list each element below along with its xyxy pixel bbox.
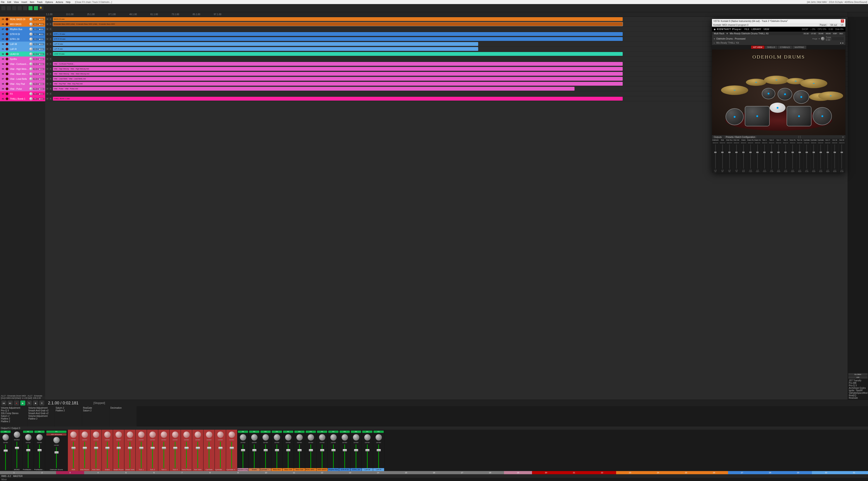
pan-knob[interactable] — [297, 434, 303, 441]
track-volume-knob[interactable] — [29, 37, 33, 41]
transport-pause-button[interactable]: ⏸ — [39, 400, 44, 406]
record-arm-button[interactable] — [6, 83, 8, 85]
channel-fader[interactable] — [728, 152, 731, 153]
channel-fader[interactable] — [806, 152, 808, 153]
fx-button[interactable]: FX — [34, 430, 44, 433]
pan-knob[interactable] — [127, 431, 133, 438]
media-item[interactable]: LoFi R.wav — [53, 47, 478, 51]
record-arm-button[interactable] — [6, 63, 8, 65]
track-selector-22[interactable]: 22 — [588, 471, 616, 474]
track-fx-button[interactable]: FX — [33, 53, 37, 55]
channel-fader[interactable] — [763, 152, 766, 153]
fader[interactable] — [162, 447, 166, 449]
track-selector-23[interactable]: 23 — [616, 471, 644, 474]
fader[interactable] — [151, 447, 155, 449]
track-fx-button[interactable]: FX — [33, 78, 37, 80]
media-item[interactable]: Vital - Confused Particle... — [53, 62, 623, 66]
tool-undo-button[interactable] — [29, 6, 33, 10]
channel-fader[interactable] — [827, 152, 829, 153]
tune-knob[interactable] — [821, 37, 825, 40]
mixer-strip[interactable]: FXcenterGTR L DI — [350, 430, 362, 471]
instrument-collapse-icon[interactable]: ▾ — [714, 37, 715, 40]
track-name[interactable]: LEAD DI — [9, 53, 29, 55]
purge-menu[interactable]: Purge — [812, 38, 817, 40]
solo-button[interactable]: S — [49, 88, 52, 90]
pan-knob[interactable] — [36, 434, 43, 441]
mixer-strip[interactable]: FXcenterBass Sub — [294, 430, 305, 471]
track-header-39[interactable]: 39Vital - PulseFX▶trim — [0, 86, 45, 91]
track-selector-15[interactable]: 15 — [392, 471, 420, 474]
track-fx-button[interactable]: FX — [33, 33, 37, 35]
media-item[interactable]: LoFi M.wav — [53, 42, 478, 46]
plugin-titlebar[interactable]: VST3i: Kontakt 8 (Native Instruments) (6… — [712, 19, 845, 23]
fader[interactable] — [252, 449, 256, 451]
mixer-strip[interactable]: centerCymbals Room — [215, 430, 226, 471]
pan-knob[interactable] — [330, 434, 337, 441]
track-trim-button[interactable]: ▶trim — [38, 48, 44, 50]
media-item[interactable]: Vital - Lead Bells · Vital - Lead Bells.… — [53, 77, 623, 81]
kontakt-output-channel[interactable]: Kick VerSOLO ▾+0.07|8 — [733, 139, 740, 173]
pan-knob[interactable] — [2, 434, 9, 441]
fader[interactable] — [139, 447, 143, 449]
record-arm-button[interactable] — [6, 88, 8, 90]
fader[interactable] — [365, 449, 369, 451]
fader[interactable] — [230, 447, 234, 449]
track-selector-20[interactable]: 20 — [532, 471, 560, 474]
track-header-32[interactable]: 32LEAD DIFX▶trim — [0, 52, 45, 57]
plugin-ui-button[interactable]: UI — [840, 24, 844, 27]
instrument-subname[interactable]: Mix-Ready 'THALL' Kit — [716, 41, 739, 44]
fader[interactable] — [264, 449, 268, 451]
fader[interactable] — [185, 447, 189, 449]
kontakt-output-channel[interactable]: Toms RoSOLO ▾+0.023|24 — [789, 139, 796, 173]
fx-chain-list[interactable]: Volume AdjustmentSmash And Grab v2Smash … — [27, 406, 55, 426]
track-header-36[interactable]: 36Vital - Main MelodyFX▶trim — [0, 71, 45, 76]
channel-solo[interactable]: SOLO ▾ — [839, 142, 844, 143]
record-arm-button[interactable] — [6, 28, 8, 31]
tom-2[interactable] — [778, 88, 792, 100]
kontakt-output-channel[interactable]: Tom 3SOLO ▾+0.019|20 — [775, 139, 782, 173]
midi-port-badge[interactable]: 49-64 — [825, 33, 831, 35]
fader[interactable] — [298, 449, 302, 451]
track-trim-button[interactable]: ▶trim — [38, 38, 44, 40]
track-name[interactable]: LoFi M — [9, 43, 29, 45]
fx-chain-list[interactable]: ReaGateSaturn 2 — [82, 406, 109, 426]
pan-knob[interactable] — [116, 431, 122, 438]
track-volume-knob[interactable] — [29, 82, 33, 86]
mixer-strip[interactable]: FXcenterBass Grit — [283, 430, 294, 471]
track-volume-knob[interactable] — [29, 33, 33, 36]
media-item[interactable]: Vital - High Melody · Vital - High Melod… — [53, 67, 623, 71]
channel-solo[interactable]: SOLO ▾ — [762, 142, 767, 143]
pan-knob[interactable] — [240, 434, 246, 441]
track-volume-knob[interactable] — [29, 97, 33, 100]
mute-button[interactable]: M — [46, 72, 49, 75]
fader[interactable] — [207, 447, 211, 449]
channel-solo[interactable]: SOLO ▾ — [804, 142, 809, 143]
channel-solo[interactable]: SOLO ▾ — [825, 142, 831, 143]
fader[interactable] — [105, 447, 110, 449]
pan-knob[interactable] — [70, 431, 76, 438]
track-name[interactable]: Vital - Main Melody — [9, 73, 29, 75]
solo-button[interactable]: S — [49, 43, 52, 45]
solo-button[interactable]: S — [49, 97, 52, 100]
track-trim-button[interactable]: ▶trim — [38, 33, 44, 35]
media-item[interactable]: Emanate Bass MIDI (vital) · Emanate Bass… — [53, 22, 623, 26]
track-volume-knob[interactable] — [29, 92, 33, 95]
plugin-param-field[interactable]: Param — [819, 24, 827, 27]
transport-record-button[interactable]: ● — [14, 400, 19, 406]
mixer-strip[interactable]: FXcenter — [0, 430, 11, 471]
track-volume-knob[interactable] — [29, 67, 33, 70]
global-button[interactable]: GLOBAL — [848, 373, 868, 376]
pan-knob[interactable] — [206, 431, 212, 438]
pan-knob[interactable] — [195, 431, 201, 438]
kontakt-output-channel[interactable]: SnareSOLO ▾+0.09|10 — [740, 139, 747, 173]
tom-3[interactable] — [794, 90, 809, 104]
channel-fader[interactable] — [756, 152, 758, 153]
mute-button[interactable]: M — [46, 63, 49, 65]
media-item[interactable]: GTR R DI.wav — [53, 37, 623, 41]
mute-button[interactable]: M — [46, 58, 49, 60]
pan-knob[interactable] — [376, 434, 382, 441]
fx-button[interactable]: FX — [317, 430, 327, 433]
track-trim-button[interactable]: ▶trim — [38, 23, 44, 25]
track-name[interactable]: FX — [9, 93, 29, 95]
record-arm-button[interactable] — [6, 77, 8, 80]
